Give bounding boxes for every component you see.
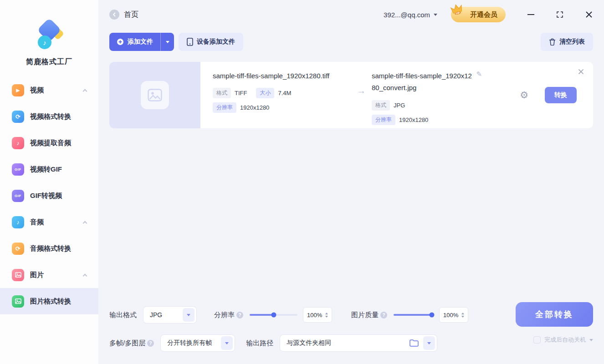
target-format-value: JPG (394, 102, 405, 109)
sidebar-item-video-convert[interactable]: ⟳ 视频格式转换 (0, 103, 98, 130)
vip-upgrade-button[interactable]: VIP 开通会员 (451, 7, 506, 22)
quality-input[interactable] (443, 312, 461, 318)
gear-icon[interactable]: ⚙ (520, 90, 528, 101)
convert-button[interactable]: 转换 (545, 87, 577, 103)
resolution-tag: 分辨率 (213, 102, 236, 113)
clear-list-label: 清空列表 (559, 38, 585, 46)
top-bar: 首页 392...@qq.com VIP 开通会员 (109, 0, 593, 29)
dropdown-caret[interactable] (183, 308, 195, 322)
resolution-tag: 分辨率 (372, 115, 395, 125)
chevron-left-icon (113, 12, 116, 17)
folder-button[interactable] (405, 339, 423, 347)
resolution-spinner[interactable] (303, 307, 332, 323)
help-icon[interactable]: ? (147, 340, 154, 347)
output-format-select[interactable]: JPG (143, 306, 197, 324)
resolution-input[interactable] (307, 312, 325, 318)
chevron-down-icon[interactable] (589, 339, 593, 341)
output-path-select[interactable]: 与源文件夹相同 (280, 334, 437, 352)
sidebar-item-image-convert[interactable]: 图片格式转换 (0, 288, 98, 314)
trash-icon (549, 38, 556, 46)
conversion-settings: 输出格式 JPG 分辨率 ? 图片质量 ? (109, 306, 593, 364)
spinner-arrows[interactable] (325, 313, 328, 318)
chevron-down-icon (187, 314, 190, 316)
source-tags-row2: 分辨率 1920x1280 (213, 102, 351, 113)
video-icon: ▶ (12, 84, 24, 96)
quality-slider[interactable] (394, 314, 434, 316)
convert-all-button[interactable]: 全部转换 (516, 302, 593, 327)
sidebar-item-gif-to-video[interactable]: GIF GIF转视频 (0, 182, 98, 209)
source-format-value: TIFF (235, 90, 247, 96)
plus-circle-icon (117, 38, 124, 46)
settings-row-1: 输出格式 JPG 分辨率 ? 图片质量 ? (109, 306, 502, 324)
add-file-dropdown[interactable] (160, 33, 174, 51)
audio-convert-icon: ⟳ (12, 243, 24, 255)
output-path-value: 与源文件夹相同 (280, 339, 405, 347)
chevron-down-icon (461, 316, 464, 318)
sidebar-section-label: 图片 (30, 271, 44, 279)
audio-icon: ♪ (12, 216, 24, 228)
chevron-down-icon (427, 342, 431, 344)
chevron-up-icon (83, 89, 87, 93)
sidebar: ♪ 简鹿格式工厂 ▶ 视频 ⟳ 视频格式转换 ♪ 视频提取音频 GIF 视频转G… (0, 0, 98, 364)
slider-handle[interactable] (271, 313, 276, 318)
source-size-value: 7.4M (278, 90, 291, 96)
gif-to-video-icon: GIF (12, 190, 24, 202)
dropdown-caret[interactable] (423, 336, 435, 350)
svg-text:VIP: VIP (456, 11, 460, 15)
sidebar-nav: ▶ 视频 ⟳ 视频格式转换 ♪ 视频提取音频 GIF 视频转GIF GIF GI… (0, 77, 98, 314)
sidebar-item-video-extract-audio[interactable]: ♪ 视频提取音频 (0, 130, 98, 156)
video-convert-icon: ⟳ (12, 111, 24, 123)
sidebar-item-label: 音频格式转换 (30, 244, 71, 253)
target-tags-row2: 分辨率 1920x1280 (372, 115, 486, 125)
chevron-down-icon[interactable] (434, 14, 437, 16)
sidebar-item-label: 视频提取音频 (30, 139, 71, 147)
home-label[interactable]: 首页 (124, 10, 138, 20)
chevron-up-icon (325, 313, 328, 314)
quality-label: 图片质量 (351, 311, 379, 319)
add-from-device-button[interactable]: 设备添加文件 (179, 33, 243, 51)
sidebar-item-video-to-gif[interactable]: GIF 视频转GIF (0, 156, 98, 182)
format-tag: 格式 (372, 100, 390, 111)
spinner-arrows[interactable] (461, 313, 464, 318)
close-button[interactable] (585, 10, 593, 19)
auto-shutdown-toggle[interactable]: 完成后自动关机 (533, 336, 593, 344)
minimize-button[interactable] (527, 10, 535, 19)
file-list-item: sample-tiff-files-sample_1920x1280.tiff … (109, 62, 593, 128)
target-tags-row1: 格式 JPG (372, 100, 486, 111)
add-file-button-group: 添加文件 (109, 33, 174, 51)
sidebar-section-image[interactable]: 图片 (0, 262, 98, 288)
back-button[interactable] (109, 10, 119, 20)
sidebar-section-label: 视频 (30, 86, 44, 95)
sidebar-section-label: 音频 (30, 218, 44, 227)
close-icon (585, 11, 593, 18)
app-logo: ♪ 简鹿格式工厂 (0, 0, 98, 67)
help-icon[interactable]: ? (236, 312, 243, 318)
remove-file-button[interactable] (578, 68, 584, 76)
phone-icon (187, 38, 193, 46)
video-to-gif-icon: GIF (12, 163, 24, 176)
account-label[interactable]: 392...@qq.com (384, 11, 430, 19)
source-tags-row1: 格式 TIFF 大小 7.4M (213, 88, 351, 98)
sidebar-section-audio[interactable]: ♪ 音频 (0, 209, 98, 235)
maximize-button[interactable] (556, 10, 564, 19)
close-icon (578, 69, 584, 75)
settings-row-2: 多帧/多图层 ? 分开转换所有帧 输出路径 与源文件夹相同 (109, 334, 502, 352)
multiframe-select[interactable]: 分开转换所有帧 (160, 334, 235, 352)
main-area: 首页 392...@qq.com VIP 开通会员 添加 (98, 0, 604, 364)
add-file-button[interactable]: 添加文件 (109, 33, 160, 51)
file-thumbnail (109, 62, 200, 128)
auto-shutdown-checkbox[interactable] (533, 336, 541, 344)
resolution-slider[interactable] (250, 314, 297, 316)
app-logo-icon: ♪ (34, 20, 64, 50)
dropdown-caret[interactable] (221, 336, 233, 350)
source-resolution-value: 1920x1280 (240, 104, 269, 111)
crown-icon: VIP (448, 0, 466, 18)
clear-list-button[interactable]: 清空列表 (541, 33, 593, 51)
image-placeholder-icon (141, 81, 169, 109)
sidebar-item-audio-convert[interactable]: ⟳ 音频格式转换 (0, 235, 98, 262)
sidebar-section-video[interactable]: ▶ 视频 (0, 77, 98, 103)
slider-handle[interactable] (429, 313, 434, 318)
help-icon[interactable]: ? (380, 312, 387, 318)
quality-spinner[interactable] (439, 307, 468, 323)
edit-icon[interactable]: ✎ (476, 70, 482, 78)
